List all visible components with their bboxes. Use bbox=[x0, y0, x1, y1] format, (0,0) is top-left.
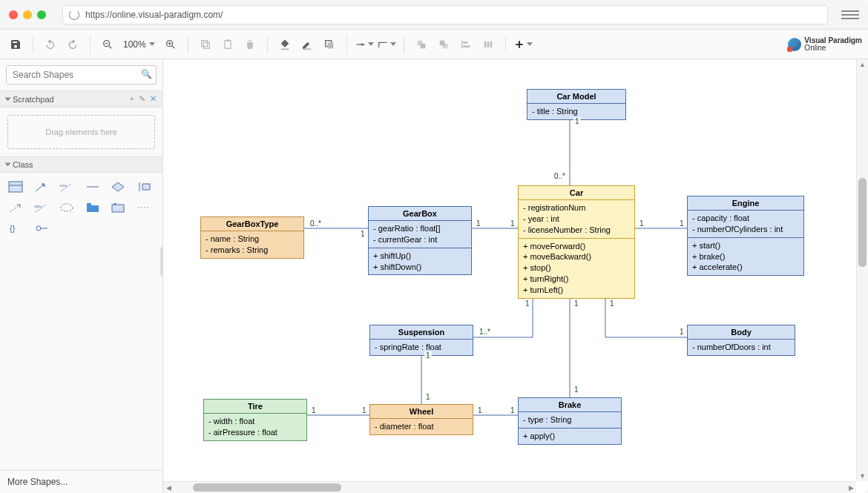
hamburger-menu-icon[interactable] bbox=[841, 10, 859, 19]
mult-gb-car-l: 1 bbox=[475, 219, 482, 228]
distribute-button[interactable] bbox=[479, 35, 498, 54]
traffic-lights bbox=[9, 10, 46, 19]
scratchpad-header[interactable]: Scratchpad + ✎ ✕ bbox=[0, 90, 162, 107]
mult-car-susp-t: 1 bbox=[524, 300, 531, 308]
shape-collaboration[interactable] bbox=[59, 201, 75, 214]
shape-usage[interactable]: «u» bbox=[59, 180, 75, 193]
close-window-icon[interactable] bbox=[9, 10, 18, 19]
vp-logo-icon bbox=[788, 38, 801, 51]
svg-rect-18 bbox=[420, 43, 425, 48]
connection-style-button[interactable] bbox=[355, 35, 374, 54]
svg-rect-22 bbox=[463, 42, 468, 44]
mult-car-eng-l: 1 bbox=[638, 219, 645, 228]
shape-class[interactable] bbox=[7, 180, 24, 193]
scroll-right-arrow[interactable]: ▶ bbox=[846, 482, 856, 493]
shape-assoc-class[interactable] bbox=[136, 180, 152, 193]
uml-wheel[interactable]: Wheel - diameter : float bbox=[369, 404, 473, 435]
mult-susp-wheel-b: 1 bbox=[424, 393, 432, 401]
shape-anchor[interactable] bbox=[33, 222, 50, 235]
url-bar[interactable]: https://online.visual-paradigm.com/ bbox=[62, 5, 828, 24]
mult-car-body-b: 1 bbox=[678, 328, 685, 336]
svg-text:«u»: «u» bbox=[59, 183, 68, 188]
uml-suspension[interactable]: Suspension - springRate : float bbox=[369, 325, 473, 356]
undo-button[interactable] bbox=[41, 35, 60, 54]
vp-logo: Visual ParadigmOnline bbox=[788, 37, 862, 52]
uml-engine[interactable]: Engine - capacity : float - numberOfCyli… bbox=[687, 196, 804, 276]
shapes-palette: «u» «a» {} bbox=[0, 173, 162, 242]
uml-gearboxtype[interactable]: GearBoxType - name : String - remarks : … bbox=[200, 216, 304, 259]
scratchpad-dropzone[interactable]: Drag elements here bbox=[7, 115, 155, 149]
svg-rect-8 bbox=[201, 40, 207, 46]
copy-button[interactable] bbox=[196, 35, 215, 54]
scratchpad-edit-icon[interactable]: ✎ bbox=[139, 94, 145, 104]
mult-gbt-many: 0..* bbox=[309, 219, 323, 228]
collapse-icon bbox=[5, 97, 11, 101]
vscroll-thumb[interactable] bbox=[858, 178, 867, 267]
uml-body[interactable]: Body - numberOfDoors : int bbox=[687, 325, 795, 356]
svg-text:{}: {} bbox=[10, 224, 16, 233]
scratchpad-add-icon[interactable]: + bbox=[130, 94, 134, 104]
svg-line-4 bbox=[172, 46, 174, 48]
minimize-window-icon[interactable] bbox=[23, 10, 32, 19]
svg-rect-45 bbox=[112, 205, 124, 212]
redo-button[interactable] bbox=[63, 35, 82, 54]
canvas-area[interactable]: Car Model - title : String Car - registr… bbox=[163, 59, 868, 493]
svg-line-1 bbox=[109, 46, 111, 48]
svg-rect-43 bbox=[87, 203, 91, 205]
uml-tire[interactable]: Tire - width : float - airPressure : flo… bbox=[203, 399, 307, 441]
to-front-button[interactable] bbox=[412, 35, 431, 54]
shape-association[interactable] bbox=[85, 180, 101, 193]
svg-line-39 bbox=[10, 205, 20, 212]
mult-wheel-brake-r: 1 bbox=[509, 406, 516, 414]
to-back-button[interactable] bbox=[434, 35, 453, 54]
scratchpad-close-icon[interactable]: ✕ bbox=[150, 94, 157, 104]
horizontal-scrollbar[interactable]: ◀ ▶ bbox=[163, 481, 856, 493]
scroll-left-arrow[interactable]: ◀ bbox=[163, 482, 174, 493]
class-section-header[interactable]: Class bbox=[0, 156, 162, 173]
svg-rect-38 bbox=[142, 184, 150, 190]
more-shapes-link[interactable]: More Shapes... bbox=[0, 470, 162, 493]
line-color-button[interactable] bbox=[297, 35, 317, 54]
maximize-window-icon[interactable] bbox=[37, 10, 46, 19]
scroll-down-arrow[interactable]: ▼ bbox=[857, 471, 868, 481]
mult-carmodel-1: 1 bbox=[573, 117, 581, 125]
mult-gbt-1: 1 bbox=[359, 230, 366, 238]
shape-nary[interactable] bbox=[110, 180, 126, 193]
shape-constraint[interactable]: {} bbox=[7, 222, 24, 235]
mult-car-body-t: 1 bbox=[608, 300, 616, 308]
shape-generalization[interactable] bbox=[33, 180, 50, 193]
waypoint-style-button[interactable] bbox=[377, 35, 396, 54]
mult-carmodel-many: 0..* bbox=[553, 172, 567, 180]
save-button[interactable] bbox=[6, 35, 25, 54]
uml-car[interactable]: Car - registrationNum - year : int - lic… bbox=[518, 185, 635, 299]
shadow-button[interactable] bbox=[320, 35, 339, 54]
shape-dependency[interactable] bbox=[7, 201, 24, 214]
mult-car-brake-t: 1 bbox=[573, 300, 580, 308]
mult-car-brake-b: 1 bbox=[573, 386, 580, 394]
hscroll-thumb[interactable] bbox=[193, 483, 341, 492]
uml-car-model[interactable]: Car Model - title : String bbox=[527, 89, 626, 120]
search-icon[interactable]: 🔍 bbox=[141, 69, 152, 79]
shape-model[interactable] bbox=[110, 201, 126, 214]
zoom-out-button[interactable] bbox=[98, 35, 117, 54]
uml-brake[interactable]: Brake - type : String + apply() bbox=[518, 397, 622, 445]
shape-package[interactable] bbox=[85, 201, 101, 214]
align-button[interactable] bbox=[456, 35, 476, 54]
paste-button[interactable] bbox=[218, 35, 237, 54]
svg-rect-9 bbox=[225, 40, 231, 48]
reload-icon[interactable] bbox=[69, 10, 79, 20]
mult-tire-wheel-r: 1 bbox=[361, 406, 368, 414]
shape-abstraction[interactable]: «a» bbox=[33, 201, 50, 214]
uml-gearbox[interactable]: GearBox - gearRatio : float[] - currentG… bbox=[368, 206, 472, 275]
add-button[interactable] bbox=[513, 35, 533, 54]
chevron-down-icon bbox=[527, 42, 533, 46]
zoom-in-button[interactable] bbox=[161, 35, 180, 54]
shape-note[interactable] bbox=[136, 201, 152, 214]
fill-color-button[interactable] bbox=[275, 35, 295, 54]
delete-button[interactable] bbox=[240, 35, 260, 54]
svg-marker-16 bbox=[361, 43, 364, 46]
search-shapes-input[interactable] bbox=[6, 65, 157, 85]
vertical-scrollbar[interactable]: ▲ ▼ bbox=[856, 59, 868, 481]
scroll-up-arrow[interactable]: ▲ bbox=[857, 59, 868, 70]
zoom-dropdown[interactable]: 100% bbox=[120, 39, 158, 50]
